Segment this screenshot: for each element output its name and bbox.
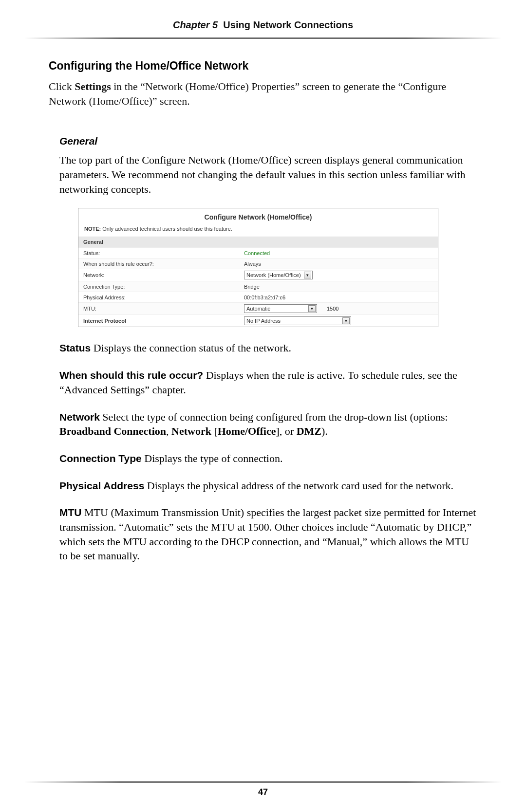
footer-rule — [24, 781, 502, 783]
ip-select[interactable]: No IP Address ▼ — [244, 316, 351, 325]
chevron-down-icon: ▼ — [342, 317, 350, 324]
network-select[interactable]: Network (Home/Office) ▼ — [244, 271, 313, 279]
def-conntype: Connection Type Displays the type of con… — [59, 451, 477, 466]
mtu-value: 1500 — [327, 306, 338, 312]
row-physical: Physical Address: 00:0f:b3:a2:d7:c6 — [78, 292, 438, 302]
running-header: Chapter 5 Using Network Connections — [49, 19, 477, 37]
row-network: Network: Network (Home/Office) ▼ — [78, 269, 438, 281]
general-body: The top part of the Configure Network (H… — [59, 153, 477, 196]
def-status: Status Displays the connection status of… — [59, 341, 477, 355]
chevron-down-icon: ▼ — [308, 305, 316, 312]
header-rule — [24, 37, 502, 39]
row-conntype: Connection Type: Bridge — [78, 281, 438, 292]
panel-section-general: General — [78, 237, 438, 247]
def-network: Network Select the type of connection be… — [59, 410, 477, 439]
def-phys: Physical Address Displays the physical a… — [59, 479, 477, 493]
row-rule: When should this rule occur?: Always — [78, 258, 438, 269]
def-mtu: MTU MTU (Maximum Transmission Unit) spec… — [59, 505, 477, 563]
mtu-select[interactable]: Automatic ▼ — [244, 304, 317, 313]
row-ip: Internet Protocol No IP Address ▼ — [78, 314, 438, 327]
chapter-title: Using Network Connections — [223, 19, 353, 30]
page-number: 47 — [0, 787, 526, 797]
row-mtu: MTU: Automatic ▼ 1500 — [78, 302, 438, 314]
panel-note: NOTE: Only advanced technical users shou… — [78, 224, 438, 237]
general-heading: General — [59, 135, 477, 147]
section-title: Configuring the Home/Office Network — [49, 59, 477, 73]
intro-paragraph: Click Settings in the “Network (Home/Off… — [49, 79, 477, 108]
chevron-down-icon: ▼ — [304, 272, 311, 278]
def-rule: When should this rule occur? Displays wh… — [59, 368, 477, 397]
panel-title: Configure Network (Home/Office) — [78, 208, 438, 224]
config-panel: Configure Network (Home/Office) NOTE: On… — [78, 208, 438, 327]
status-value: Connected — [244, 250, 433, 256]
row-status: Status: Connected — [78, 247, 438, 258]
chapter-label: Chapter 5 — [173, 19, 218, 30]
